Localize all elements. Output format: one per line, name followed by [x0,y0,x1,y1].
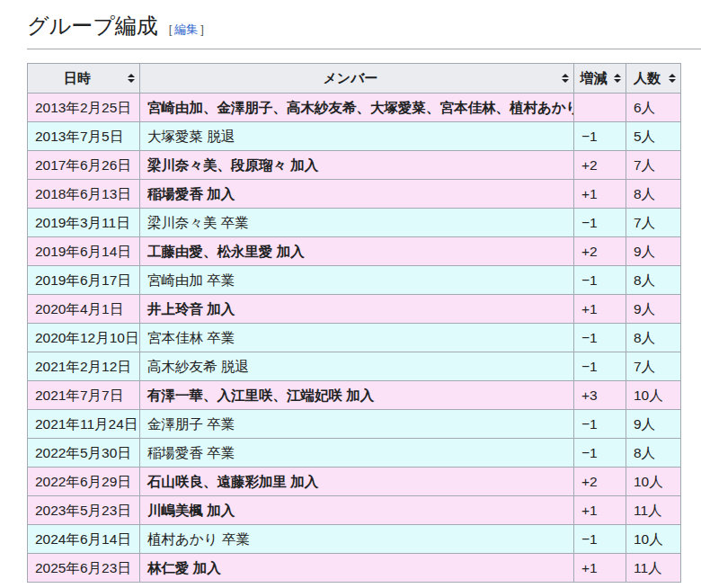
date-cell: 2017年6月26日 [28,151,140,180]
sort-arrows-icon [614,74,621,83]
page-title: グループ編成 [27,13,158,40]
member-cell: 川嶋美楓 加入 [140,496,574,525]
date-cell: 2020年4月1日 [28,295,140,324]
section-heading: グループ編成 [編集] [27,0,701,49]
table-row: 2019年6月14日 工藤由愛、松永里愛 加入 +2 9人 [28,237,681,266]
date-cell: 2021年2月12日 [28,352,140,381]
date-cell: 2022年6月29日 [28,468,140,496]
sort-arrows-icon [669,74,676,83]
change-cell [574,94,626,122]
member-cell: 石山咲良、遠藤彩加里 加入 [140,468,574,496]
change-cell: +1 [574,496,626,525]
header-row: 日時 メンバー 増減 人数 [28,64,681,94]
date-cell: 2018年6月13日 [28,180,140,209]
change-cell: −1 [574,209,626,237]
content-area: グループ編成 [編集] 日時 メンバー 増減 [0,0,701,583]
count-cell: 5人 [626,122,681,151]
edit-section: [編集] [169,16,204,43]
count-cell: 9人 [626,237,681,266]
col-header-count[interactable]: 人数 [626,64,681,94]
count-cell: 9人 [626,410,681,439]
member-cell: 梁川奈々美 卒業 [140,209,574,237]
count-cell: 10人 [626,381,681,410]
member-cell: 稲場愛香 加入 [140,180,574,209]
date-cell: 2013年2月25日 [28,94,140,122]
col-header-member-label: メンバー [323,70,377,85]
table-row: 2021年7月7日 有澤一華、入江里咲、江端妃咲 加入 +3 10人 [28,381,681,410]
edit-link[interactable]: 編集 [174,22,198,36]
count-cell: 6人 [626,94,681,122]
table-row: 2024年6月14日 植村あかり 卒業 −1 10人 [28,525,681,554]
table-row: 2019年3月11日 梁川奈々美 卒業 −1 7人 [28,209,681,237]
change-cell: −1 [574,352,626,381]
member-cell: 宮本佳林 卒業 [140,324,574,352]
member-cell: 植村あかり 卒業 [140,525,574,554]
member-cell: 梁川奈々美、段原瑠々 加入 [140,151,574,180]
change-cell: −1 [574,266,626,295]
col-header-date[interactable]: 日時 [28,64,140,94]
table-row: 2019年6月17日 宮崎由加 卒業 −1 8人 [28,266,681,295]
table-row: 2021年2月12日 高木紗友希 脱退 −1 7人 [28,352,681,381]
count-cell: 8人 [626,180,681,209]
sort-arrows-icon [562,74,569,83]
member-cell: 宮崎由加 卒業 [140,266,574,295]
col-header-change[interactable]: 増減 [574,64,626,94]
table-row: 2017年6月26日 梁川奈々美、段原瑠々 加入 +2 7人 [28,151,681,180]
table-row: 2025年6月23日 林仁愛 加入 +1 11人 [28,554,681,583]
member-cell: 稲場愛香 卒業 [140,439,574,468]
member-cell: 大塚愛菜 脱退 [140,122,574,151]
col-header-member[interactable]: メンバー [140,64,574,94]
change-cell: −1 [574,439,626,468]
sort-arrows-icon [128,74,135,83]
count-cell: 8人 [626,266,681,295]
count-cell: 11人 [626,554,681,583]
col-header-count-label: 人数 [634,70,661,85]
table-body: 2013年2月25日 宮崎由加、金澤朋子、高木紗友希、大塚愛菜、宮本佳林、植村あ… [28,94,681,583]
member-cell: 林仁愛 加入 [140,554,574,583]
table-row: 2023年5月23日 川嶋美楓 加入 +1 11人 [28,496,681,525]
change-cell: +2 [574,237,626,266]
col-header-change-label: 増減 [581,70,608,85]
count-cell: 8人 [626,439,681,468]
change-cell: −1 [574,525,626,554]
date-cell: 2024年6月14日 [28,525,140,554]
change-cell: −1 [574,410,626,439]
date-cell: 2019年6月14日 [28,237,140,266]
member-cell: 高木紗友希 脱退 [140,352,574,381]
date-cell: 2025年6月23日 [28,554,140,583]
date-cell: 2021年7月7日 [28,381,140,410]
date-cell: 2019年6月17日 [28,266,140,295]
table-row: 2013年7月5日 大塚愛菜 脱退 −1 5人 [28,122,681,151]
edit-bracket-open: [ [169,22,173,36]
table-row: 2021年11月24日 金澤朋子 卒業 −1 9人 [28,410,681,439]
change-cell: +1 [574,554,626,583]
member-cell: 宮崎由加、金澤朋子、高木紗友希、大塚愛菜、宮本佳林、植村あかり [140,94,574,122]
date-cell: 2013年7月5日 [28,122,140,151]
table-row: 2020年12月10日 宮本佳林 卒業 −1 8人 [28,324,681,352]
member-cell: 金澤朋子 卒業 [140,410,574,439]
change-cell: +1 [574,295,626,324]
date-cell: 2021年11月24日 [28,410,140,439]
change-cell: −1 [574,122,626,151]
change-cell: +2 [574,151,626,180]
group-composition-table: 日時 メンバー 増減 人数 2013年2月25日 宮崎由加、金澤朋子、高木紗 [27,63,681,583]
col-header-date-label: 日時 [64,70,91,85]
count-cell: 10人 [626,468,681,496]
member-cell: 有澤一華、入江里咲、江端妃咲 加入 [140,381,574,410]
member-cell: 井上玲音 加入 [140,295,574,324]
edit-bracket-close: ] [200,22,204,36]
table-row: 2020年4月1日 井上玲音 加入 +1 9人 [28,295,681,324]
change-cell: +3 [574,381,626,410]
count-cell: 7人 [626,209,681,237]
change-cell: +2 [574,468,626,496]
date-cell: 2020年12月10日 [28,324,140,352]
table-row: 2022年5月30日 稲場愛香 卒業 −1 8人 [28,439,681,468]
date-cell: 2019年3月11日 [28,209,140,237]
date-cell: 2023年5月23日 [28,496,140,525]
table-row: 2013年2月25日 宮崎由加、金澤朋子、高木紗友希、大塚愛菜、宮本佳林、植村あ… [28,94,681,122]
table-header: 日時 メンバー 増減 人数 [28,64,681,94]
count-cell: 11人 [626,496,681,525]
table-row: 2018年6月13日 稲場愛香 加入 +1 8人 [28,180,681,209]
member-cell: 工藤由愛、松永里愛 加入 [140,237,574,266]
table-row: 2022年6月29日 石山咲良、遠藤彩加里 加入 +2 10人 [28,468,681,496]
